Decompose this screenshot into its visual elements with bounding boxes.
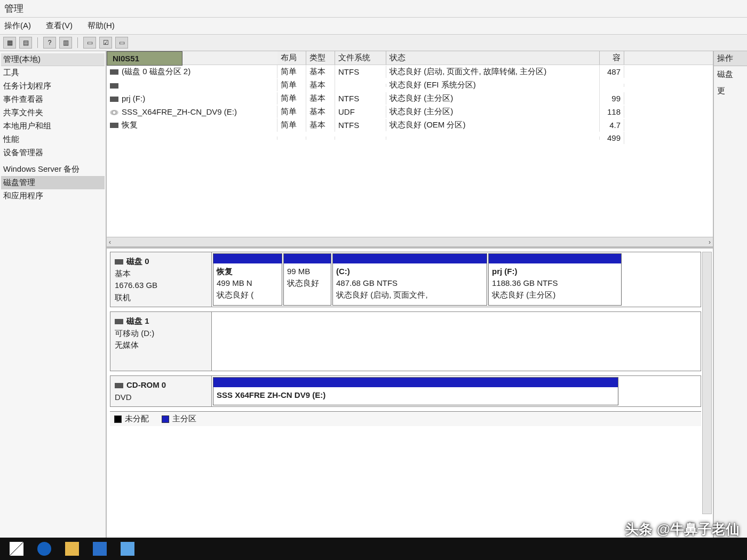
explorer-icon[interactable] [65,542,79,556]
menu-help[interactable]: 帮助(H) [88,21,115,31]
sidebar-item[interactable]: 共享文件夹 [1,106,105,119]
toolbar-btn[interactable]: ▭ [115,37,128,49]
disk-icon [115,319,123,324]
col-type[interactable]: 类型 [306,51,335,65]
disk-map-pane: 磁盘 0基本1676.63 GB联机恢复499 MB N状态良好 (99 MB状… [107,249,713,538]
toolbar-btn[interactable]: ▥ [59,37,72,49]
h-scrollbar[interactable]: ‹› [107,237,713,246]
sidebar-item[interactable]: 性能 [1,133,105,146]
legend-unalloc: 未分配 [125,414,149,423]
sidebar-item[interactable]: 任务计划程序 [1,79,105,93]
ie-icon[interactable] [37,542,51,556]
col-fs[interactable]: 文件系统 [335,51,386,65]
toolbar-help-icon[interactable]: ? [43,37,56,49]
disk-icon [110,97,118,102]
partition[interactable]: 99 MB状态良好 [283,253,331,306]
volume-row[interactable]: 499 [107,132,713,144]
selection-chip: NI0S51 [107,51,182,66]
watermark: 头条 @牛鼻子老仙 [625,520,740,539]
menu-view[interactable]: 查看(V) [46,21,73,31]
cd-icon [110,110,118,115]
sidebar-item[interactable]: 工具 [1,66,105,79]
partition[interactable]: (C:)487.68 GB NTFS状态良好 (启动, 页面文件, [332,253,487,306]
toolbar-btn[interactable]: ▦ [3,37,16,49]
volume-row[interactable]: SSS_X64FRE_ZH-CN_DV9 (E:)简单基本UDF状态良好 (主分… [107,105,713,118]
sidebar-item[interactable]: 磁盘管理 [1,176,105,189]
actions-pane: 操作 磁盘 更 [713,51,747,538]
disk-icon [110,69,118,75]
taskbar [0,538,747,560]
partition[interactable]: prj (F:)1188.36 GB NTFS状态良好 (主分区) [488,253,622,306]
disk-icon [110,123,118,128]
sidebar-item[interactable]: 事件查看器 [1,93,105,106]
volume-row[interactable]: 简单基本状态良好 (EFI 系统分区) [107,78,713,92]
sidebar-header: 管理(本地) [1,53,105,66]
v-scrollbar[interactable] [702,252,712,514]
disk-info: 磁盘 1可移动 (D:)无媒体 [110,312,212,371]
toolbar-btn[interactable]: ▤ [19,37,32,49]
col-status[interactable]: 状态 [386,51,600,65]
partition[interactable]: SSS X64FRE ZH-CN DV9 (E:) [213,377,618,405]
taskbar-icon[interactable] [121,542,134,556]
legend: 未分配 主分区 [110,411,701,426]
menu-action[interactable]: 操作(A) [4,21,31,31]
sidebar-item[interactable]: 设备管理器 [1,146,105,159]
taskbar-icon[interactable] [93,542,107,556]
disk-info: 磁盘 0基本1676.63 GB联机 [110,252,212,307]
actions-item[interactable]: 磁盘 [714,66,747,83]
disk-block: 磁盘 1可移动 (D:)无媒体 [110,311,701,371]
col-layout[interactable]: 布局 [277,51,306,65]
disk-icon [110,83,118,89]
actions-header: 操作 [714,51,747,66]
sidebar-item[interactable]: 和应用程序 [1,189,105,203]
window-title: 管理 [0,0,747,18]
disk-icon [115,259,123,265]
sidebar-item[interactable]: 本地用户和组 [1,119,105,133]
disk-icon [115,383,123,388]
volume-row[interactable]: (磁盘 0 磁盘分区 2)简单基本NTFS状态良好 (启动, 页面文件, 故障转… [107,65,713,78]
toolbar: ▦ ▤ ? ▥ ▭ ☑ ▭ [0,35,747,51]
legend-primary: 主分区 [172,414,196,423]
disk-info: CD-ROM 0DVD [110,376,212,406]
partition[interactable]: 恢复499 MB N状态良好 ( [213,253,282,306]
volume-row[interactable]: prj (F:)简单基本NTFS状态良好 (主分区)99 [107,92,713,105]
actions-item[interactable]: 更 [714,83,747,99]
sidebar: 管理(本地) 工具任务计划程序事件查看器共享文件夹本地用户和组性能设备管理器Wi… [0,51,107,538]
start-icon[interactable] [10,542,23,556]
disk-block: 磁盘 0基本1676.63 GB联机恢复499 MB N状态良好 (99 MB状… [110,252,701,307]
volume-list-pane: NI0S51 x 布局 类型 文件系统 状态 容 (磁盘 0 磁盘分区 2)简单… [107,51,713,249]
col-capacity[interactable]: 容 [600,51,624,65]
menu-bar: 操作(A) 查看(V) 帮助(H) [0,18,747,35]
volume-row[interactable]: 恢复简单基本NTFS状态良好 (OEM 分区)4.7 [107,118,713,132]
sidebar-item[interactable]: Windows Server 备份 [1,163,105,176]
toolbar-check-icon[interactable]: ☑ [99,37,112,49]
toolbar-btn[interactable]: ▭ [83,37,96,49]
disk-block: CD-ROM 0DVDSSS X64FRE ZH-CN DV9 (E:) [110,375,701,407]
